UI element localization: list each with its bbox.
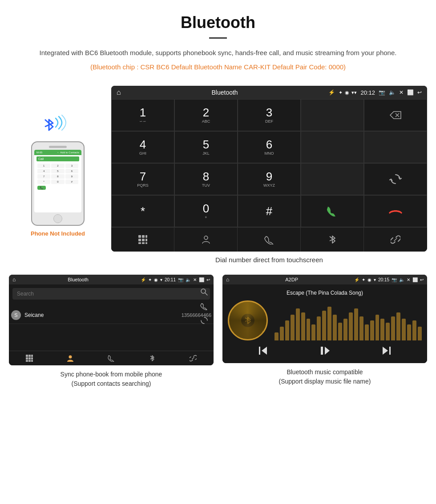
toolbar-link-btn[interactable] (364, 228, 427, 252)
pb-tb-bt[interactable] (132, 355, 173, 362)
backspace-icon (389, 111, 402, 120)
toolbar-contacts-btn[interactable] (174, 228, 238, 252)
page-title: Bluetooth (27, 13, 409, 32)
dial-display-empty2 (301, 131, 364, 163)
close-icon: ✕ (399, 89, 404, 96)
dial-key-hangup[interactable] (364, 195, 427, 227)
phonebook-caption: Sync phone-book from mobile phone (Suppo… (61, 370, 162, 388)
dialpad-status-bar: ⌂ Bluetooth ⚡ ✦ ◉ ▾▾ 20:12 📷 🔈 ✕ ⬜ ↩ (111, 86, 427, 99)
svg-marker-27 (325, 347, 330, 355)
svg-rect-2 (138, 235, 141, 238)
svg-rect-19 (31, 357, 33, 360)
dial-key-0[interactable]: 0 + (174, 195, 238, 227)
mu-x-icon: ✕ (407, 277, 410, 282)
phone-mockup: M:65 ← Add to Contacts Call 1 2 3 4 5 6 … (31, 141, 85, 226)
mu-vol-icon: 🔈 (399, 277, 404, 282)
pb-tb-grid[interactable] (9, 355, 50, 362)
svg-rect-20 (26, 360, 28, 362)
dial-key-3[interactable]: 3 DEF (238, 99, 301, 131)
pb-vol-icon: 🔈 (186, 277, 191, 282)
grid-icon (138, 235, 148, 244)
dial-key-hash[interactable]: # (238, 195, 301, 227)
refresh-icon (389, 173, 402, 185)
svg-rect-3 (142, 235, 145, 238)
music-screen-title: A2DP (231, 277, 352, 282)
call-icon (326, 204, 339, 218)
search-icon[interactable] (200, 288, 208, 296)
music-player-area: ♪ (228, 300, 422, 340)
pb-tb-phone[interactable] (91, 355, 132, 362)
phone-speaker (49, 146, 67, 148)
bt-status-icon: ✦ (339, 90, 343, 96)
prev-btn[interactable] (258, 346, 268, 358)
usb-icon: ⚡ (328, 89, 335, 96)
dialpad-toolbar (111, 227, 427, 252)
pb-tb-person[interactable] (50, 355, 91, 362)
phonebook-screen-title: Bluetooth (18, 277, 138, 282)
music-status-bar: ⌂ A2DP ⚡ ✦ ◉ ▾ 20:15 📷 🔈 ✕ ⬜ ↩ (222, 275, 427, 284)
dial-key-star[interactable]: * (111, 195, 174, 227)
phone-side-icon[interactable] (200, 302, 208, 310)
dial-key-1[interactable]: 1 ∽∽ (111, 99, 174, 131)
phonebook-status-bar: ⌂ Bluetooth ⚡ ✦ ◉ ▾ 20:11 📷 🔈 ✕ ⬜ ↩ (9, 275, 214, 284)
pb-home-icon: ⌂ (12, 276, 16, 283)
dial-key-9[interactable]: 9 WXYZ (238, 163, 301, 195)
phonebook-toolbar (9, 351, 214, 365)
dial-key-8[interactable]: 8 TUV (174, 163, 238, 195)
play-pause-btn[interactable] (320, 346, 330, 358)
dial-key-4[interactable]: 4 GHI (111, 131, 174, 163)
contact-name: Seicane (24, 312, 178, 318)
camera-icon: 📷 (379, 89, 385, 96)
svg-rect-14 (26, 355, 28, 357)
location-icon: ◉ (345, 90, 349, 96)
pb-sq-icon: ⬜ (199, 277, 204, 282)
dialpad-caption: Dial number direct from touchscreen (111, 256, 427, 264)
toolbar-grid-btn[interactable] (111, 228, 174, 252)
pb-grid-icon (26, 355, 33, 362)
svg-rect-29 (389, 347, 391, 355)
dial-key-6[interactable]: 6 MNO (238, 131, 301, 163)
prev-icon (258, 346, 268, 356)
album-art: ♪ (228, 300, 268, 340)
refresh-side-icon[interactable] (200, 316, 208, 324)
toolbar-phone-btn[interactable] (238, 228, 301, 252)
bottom-section: ⌂ Bluetooth ⚡ ✦ ◉ ▾ 20:11 📷 🔈 ✕ ⬜ ↩ Sear… (0, 275, 436, 397)
svg-rect-7 (145, 239, 147, 241)
svg-rect-9 (142, 242, 145, 244)
dial-key-backspace[interactable] (364, 99, 427, 131)
phone-not-included-label: Phone Not Included (31, 230, 85, 237)
square-icon: ⬜ (407, 89, 414, 96)
svg-rect-10 (145, 242, 147, 244)
dial-key-call[interactable] (301, 195, 364, 227)
mu-cam-icon: 📷 (392, 277, 397, 282)
search-bar[interactable]: Search (12, 288, 210, 300)
svg-rect-15 (28, 355, 31, 357)
next-icon (382, 346, 392, 356)
svg-rect-17 (26, 357, 28, 360)
toolbar-bluetooth-btn[interactable] (301, 228, 364, 252)
svg-rect-18 (28, 357, 31, 360)
dial-display-empty4 (301, 163, 364, 195)
play-pause-icon (320, 346, 330, 356)
dial-key-refresh[interactable] (364, 163, 427, 195)
dial-key-2[interactable]: 2 ABC (174, 99, 238, 131)
svg-marker-28 (383, 347, 388, 355)
mu-bt-icon: ✦ (362, 277, 365, 282)
music-content: Escape (The Pina Colada Song) (222, 284, 427, 363)
dial-key-5[interactable]: 5 JKL (174, 131, 238, 163)
pb-loc-icon: ◉ (154, 277, 158, 282)
pb-link-icon (190, 355, 197, 362)
mu-sq-icon: ⬜ (412, 277, 418, 282)
contact-row[interactable]: S Seicane 13566664466 (9, 307, 214, 324)
volume-icon: 🔈 (389, 89, 396, 96)
dialpad-screen: ⌂ Bluetooth ⚡ ✦ ◉ ▾▾ 20:12 📷 🔈 ✕ ⬜ ↩ (111, 86, 427, 252)
dialpad-section: ⌂ Bluetooth ⚡ ✦ ◉ ▾▾ 20:12 📷 🔈 ✕ ⬜ ↩ (111, 86, 427, 270)
dial-key-7[interactable]: 7 PQRS (111, 163, 174, 195)
contacts-icon (201, 235, 211, 244)
home-icon: ⌂ (117, 88, 121, 96)
phonebook-screen: ⌂ Bluetooth ⚡ ✦ ◉ ▾ 20:11 📷 🔈 ✕ ⬜ ↩ Sear… (9, 275, 214, 365)
next-btn[interactable] (382, 346, 392, 358)
pb-tb-link[interactable] (173, 355, 214, 362)
svg-rect-5 (138, 239, 141, 241)
svg-marker-24 (262, 347, 267, 355)
